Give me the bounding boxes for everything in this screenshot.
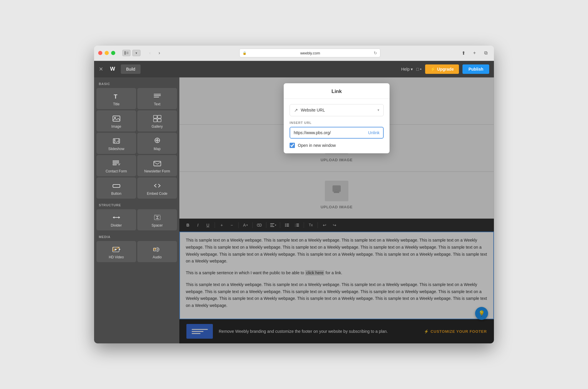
basic-grid: T Title xyxy=(94,88,179,199)
sidebar: BASIC T Title xyxy=(94,77,179,343)
divider-icon xyxy=(111,213,122,222)
device-btn[interactable]: □ • xyxy=(416,67,421,72)
svg-rect-1 xyxy=(126,52,128,52)
svg-rect-11 xyxy=(158,115,161,118)
unlink-button[interactable]: Unlink xyxy=(365,127,383,138)
upgrade-button[interactable]: ⚡ Upgrade xyxy=(425,64,459,74)
svg-rect-13 xyxy=(158,119,161,122)
text-label: Text xyxy=(154,102,160,106)
map-icon xyxy=(152,137,163,145)
modal-title: Link xyxy=(284,83,390,99)
header-close-btn[interactable]: ✕ xyxy=(99,66,103,72)
header-right: Help ▾ □ • ⚡ Upgrade Publish xyxy=(401,64,489,74)
link-modal: Link ↗ Website URL ▾ INSERT URL xyxy=(284,83,390,153)
share-btn[interactable]: ⬆ xyxy=(459,49,467,57)
svg-marker-34 xyxy=(154,248,156,250)
embed-code-icon xyxy=(152,182,163,190)
minimize-traffic-light[interactable] xyxy=(105,51,109,55)
svg-rect-5 xyxy=(154,94,161,94)
main-content: BASIC T Title xyxy=(94,77,494,343)
title-icon: T xyxy=(111,92,122,100)
app-header: ✕ W Build Help ▾ □ • ⚡ Upgrade Publish xyxy=(94,61,494,77)
newsletter-form-icon xyxy=(152,159,163,167)
upgrade-icon: ⚡ xyxy=(430,67,435,72)
sidebar-item-text[interactable]: Text xyxy=(137,88,177,109)
svg-rect-10 xyxy=(153,115,157,118)
svg-rect-8 xyxy=(113,116,120,121)
sidebar-item-newsletter-form[interactable]: Newsletter Form xyxy=(137,155,177,176)
back-btn[interactable]: ‹ xyxy=(146,49,154,57)
gallery-label: Gallery xyxy=(151,124,163,129)
upgrade-label: Upgrade xyxy=(437,67,454,72)
help-btn[interactable]: Help ▾ xyxy=(401,67,413,72)
svg-rect-25 xyxy=(113,184,120,187)
sidebar-item-gallery[interactable]: Gallery xyxy=(137,110,177,132)
sidebar-item-map[interactable]: Map xyxy=(137,133,177,154)
svg-rect-22 xyxy=(113,162,119,163)
sidebar-item-audio[interactable]: Audio xyxy=(137,241,177,262)
contact-form-icon xyxy=(111,159,122,167)
modal-overlay: Link ↗ Website URL ▾ INSERT URL xyxy=(179,77,494,343)
svg-marker-27 xyxy=(113,216,114,219)
svg-rect-7 xyxy=(154,97,159,97)
map-label: Map xyxy=(154,147,161,151)
sidebar-item-button[interactable]: Button xyxy=(96,177,136,199)
svg-rect-21 xyxy=(113,161,119,162)
mac-titlebar: ▾ ‹ › 🔒 weebly.com ↻ ⬆ + ⧉ xyxy=(94,46,494,61)
fullscreen-traffic-light[interactable] xyxy=(111,51,115,55)
svg-rect-6 xyxy=(154,95,161,96)
sidebar-item-contact-form[interactable]: Contact Form xyxy=(96,155,136,176)
new-tab-btn[interactable]: + xyxy=(470,49,479,57)
newsletter-form-label: Newsletter Form xyxy=(144,169,170,173)
url-bar[interactable]: 🔒 weebly.com ↻ xyxy=(239,49,380,57)
title-label: Title xyxy=(113,102,119,106)
tabs-btn[interactable]: ⧉ xyxy=(482,49,490,57)
structure-section-title: STRUCTURE xyxy=(94,199,179,209)
url-input[interactable] xyxy=(290,127,365,138)
open-new-window-row: Open in new window xyxy=(290,143,384,148)
hd-video-icon xyxy=(111,245,122,253)
titlebar-actions: ⬆ + ⧉ xyxy=(459,49,490,57)
modal-body: ↗ Website URL ▾ INSERT URL Unlink xyxy=(284,99,390,153)
refresh-btn[interactable]: ↻ xyxy=(374,51,377,55)
build-tab[interactable]: Build xyxy=(121,64,141,74)
audio-label: Audio xyxy=(153,255,162,259)
text-icon xyxy=(152,92,163,100)
sidebar-item-divider[interactable]: Divider xyxy=(96,209,136,230)
slideshow-label: Slideshow xyxy=(108,147,124,151)
url-text: weebly.com xyxy=(248,51,372,55)
device-icon: □ xyxy=(416,67,419,72)
close-traffic-light[interactable] xyxy=(98,51,102,55)
sidebar-item-slideshow[interactable]: Slideshow xyxy=(96,133,136,154)
embed-code-label: Embed Code xyxy=(147,192,167,196)
link-type-chevron-icon: ▾ xyxy=(377,108,379,112)
open-new-window-checkbox[interactable] xyxy=(290,143,295,148)
media-section-title: MEDIA xyxy=(94,230,179,241)
device-chevron: • xyxy=(420,67,422,72)
link-type-label: Website URL xyxy=(301,108,375,112)
sidebar-item-embed-code[interactable]: Embed Code xyxy=(137,177,177,199)
sidebar-item-spacer[interactable]: Spacer xyxy=(137,209,177,230)
structure-grid: Divider Spacer xyxy=(94,209,179,230)
traffic-lights xyxy=(98,51,115,55)
sidebar-item-title[interactable]: T Title xyxy=(96,88,136,109)
svg-rect-23 xyxy=(113,164,116,165)
sidebar-item-hd-video[interactable]: HD Video xyxy=(96,241,136,262)
svg-rect-24 xyxy=(154,161,161,166)
link-type-selector[interactable]: ↗ Website URL ▾ xyxy=(290,104,384,116)
forward-btn[interactable]: › xyxy=(155,49,163,57)
sidebar-toggle-btn[interactable] xyxy=(122,50,131,56)
sidebar-item-image[interactable]: Image xyxy=(96,110,136,132)
divider-label: Divider xyxy=(111,223,122,227)
expand-btn[interactable]: ▾ xyxy=(132,50,141,56)
open-new-window-label: Open in new window xyxy=(298,143,336,148)
spacer-icon xyxy=(152,213,163,222)
audio-icon xyxy=(152,245,163,253)
mac-window: ▾ ‹ › 🔒 weebly.com ↻ ⬆ + ⧉ ✕ W Build Hel… xyxy=(94,46,494,343)
spacer-label: Spacer xyxy=(151,223,163,227)
basic-section-title: BASIC xyxy=(94,77,179,88)
contact-form-label: Contact Form xyxy=(106,169,127,173)
svg-rect-3 xyxy=(126,54,128,54)
publish-button[interactable]: Publish xyxy=(462,64,489,74)
svg-rect-0 xyxy=(124,51,126,55)
